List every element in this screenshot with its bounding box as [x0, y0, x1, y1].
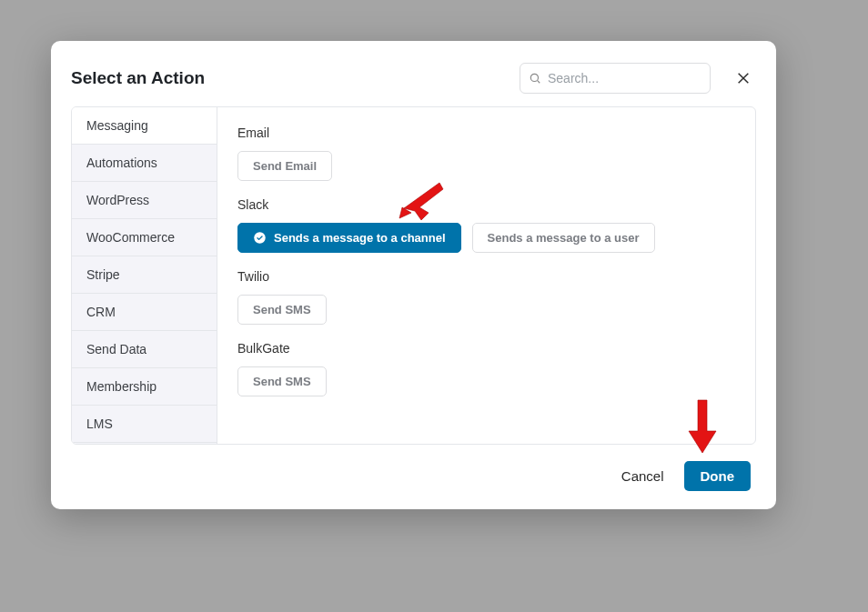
sidebar-item-label: Membership [86, 379, 156, 394]
action-slack-user[interactable]: Sends a message to a user [472, 223, 655, 253]
modal-footer: Cancel Done [51, 445, 776, 509]
close-button[interactable] [731, 65, 756, 91]
svg-line-1 [538, 81, 540, 84]
select-action-modal: Select an Action Messaging Automations W… [51, 41, 776, 509]
action-label: Sends a message to a channel [274, 231, 446, 245]
action-send-email[interactable]: Send Email [237, 151, 332, 181]
content-area[interactable]: Email Send Email Slack Sends a message t… [217, 107, 755, 444]
sidebar-item-membership[interactable]: Membership [72, 368, 217, 406]
sidebar-item-automations[interactable]: Automations [72, 145, 217, 182]
action-label: Send Email [253, 159, 317, 173]
action-label: Send SMS [253, 375, 311, 388]
action-row: Sends a message to a channel Sends a mes… [237, 223, 735, 253]
cancel-button[interactable]: Cancel [621, 468, 664, 484]
sidebar-item-woocommerce[interactable]: WooCommerce [72, 219, 217, 256]
sidebar-item-send-data[interactable]: Send Data [72, 331, 217, 368]
search-icon [529, 72, 541, 85]
group-label-twilio: Twilio [237, 269, 735, 284]
close-icon [736, 71, 751, 85]
modal-header: Select an Action [51, 41, 776, 106]
sidebar-item-label: WooCommerce [86, 230, 175, 245]
sidebar-item-label: Messaging [86, 118, 148, 133]
action-twilio-sms[interactable]: Send SMS [237, 295, 327, 325]
action-slack-channel[interactable]: Sends a message to a channel [237, 223, 461, 253]
modal-title: Select an Action [71, 68, 509, 88]
check-circle-icon [253, 231, 267, 245]
action-label: Send SMS [253, 303, 311, 316]
group-label-email: Email [237, 125, 735, 140]
sidebar-item-messaging[interactable]: Messaging [72, 107, 217, 145]
group-label-bulkgate: BulkGate [237, 341, 735, 356]
svg-point-0 [530, 74, 538, 81]
sidebar-item-lms[interactable]: LMS [72, 406, 217, 443]
group-label-slack: Slack [237, 197, 735, 212]
search-input[interactable] [520, 63, 711, 94]
action-bulkgate-sms[interactable]: Send SMS [237, 366, 327, 396]
action-row: Send SMS [237, 295, 735, 325]
action-row: Send Email [237, 151, 735, 181]
done-button[interactable]: Done [684, 461, 752, 491]
sidebar-item-label: Stripe [86, 267, 120, 282]
sidebar-item-label: WordPress [86, 193, 149, 207]
sidebar-item-label: Automations [86, 156, 157, 170]
sidebar: Messaging Automations WordPress WooComme… [72, 107, 217, 444]
sidebar-item-stripe[interactable]: Stripe [72, 256, 217, 294]
sidebar-item-wordpress[interactable]: WordPress [72, 182, 217, 219]
sidebar-item-label: LMS [86, 416, 113, 431]
sidebar-item-crm[interactable]: CRM [72, 294, 217, 331]
sidebar-item-label: Send Data [86, 342, 146, 356]
search-wrap [520, 63, 711, 94]
action-row: Send SMS [237, 366, 735, 396]
action-label: Sends a message to a user [488, 231, 640, 245]
sidebar-item-label: CRM [86, 305, 116, 319]
modal-body: Messaging Automations WordPress WooComme… [71, 106, 756, 445]
